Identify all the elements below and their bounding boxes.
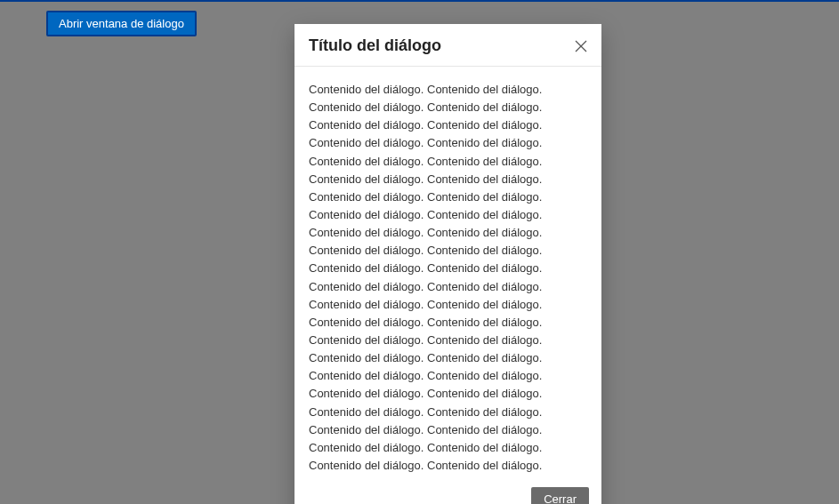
- close-button[interactable]: Cerrar: [531, 487, 589, 504]
- dialog-content[interactable]: Contenido del diálogo. Contenido del diá…: [294, 67, 601, 478]
- dialog-header: Título del diálogo: [294, 24, 601, 67]
- open-dialog-button[interactable]: Abrir ventana de diálogo: [46, 11, 197, 36]
- close-icon[interactable]: [575, 40, 587, 52]
- dialog: Título del diálogo Contenido del diálogo…: [294, 24, 601, 504]
- dialog-footer: Cerrar: [294, 478, 601, 504]
- dialog-title: Título del diálogo: [309, 36, 441, 55]
